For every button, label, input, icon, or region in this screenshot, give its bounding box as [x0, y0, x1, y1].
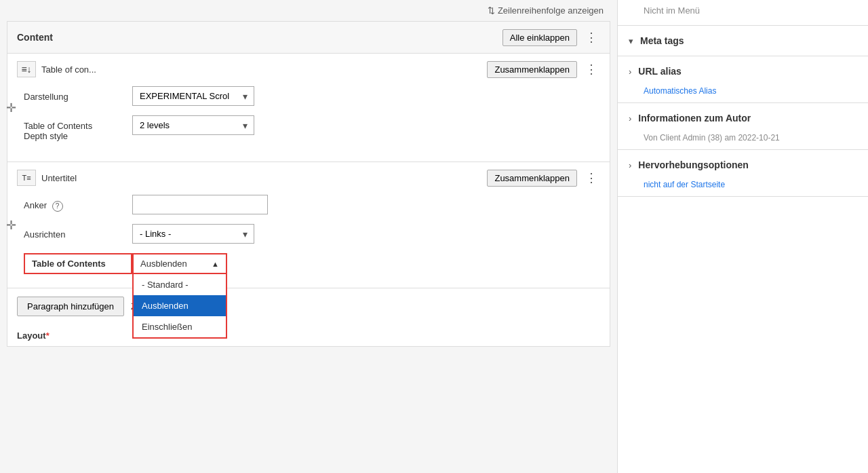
toc-block: ≡↓ Table of con... Zusammenklappen ⋮ ✛ D…	[7, 54, 610, 162]
depth-style-label: Table of Contents Depth style	[24, 115, 132, 141]
toc-block-header-left: ≡↓ Table of con...	[17, 61, 96, 77]
anker-input[interactable]	[132, 195, 268, 214]
ausrichten-label: Ausrichten	[24, 224, 132, 240]
layout-section: Layout*	[7, 324, 610, 346]
depth-style-row: Table of Contents Depth style 2 levels	[17, 115, 600, 141]
url-alias-title: URL alias	[638, 66, 682, 77]
content-section: Content Alle einklappen ⋮ ≡↓ Table of co…	[7, 21, 610, 347]
url-alias-chevron-icon: ›	[629, 67, 631, 77]
anker-help-icon[interactable]: ?	[52, 201, 63, 212]
author-info-chevron-icon: ›	[629, 113, 631, 124]
toc-dropdown-trigger[interactable]: Ausblenden ▲	[132, 253, 227, 274]
toc-dropdown-item-standard[interactable]: - Standard -	[134, 274, 226, 295]
depth-select[interactable]: 2 levels	[132, 115, 254, 135]
ausrichten-row: Ausrichten - Links -	[17, 224, 600, 244]
url-alias-subtitle[interactable]: Automatisches Alias	[618, 86, 868, 102]
untertitel-block-menu-icon[interactable]: ⋮	[583, 169, 600, 187]
anker-row: Anker ?	[17, 195, 600, 214]
untertitel-block-icon: T≡	[17, 170, 36, 186]
right-sidebar: Nicht im Menü ▾ Meta tags › URL alias Au…	[617, 0, 868, 473]
sidebar-item-url-alias[interactable]: › URL alias Automatisches Alias	[618, 56, 868, 103]
toc-block-header: ≡↓ Table of con... Zusammenklappen ⋮	[17, 60, 600, 78]
depth-style-control: 2 levels	[132, 115, 600, 135]
untertitel-block-actions: Zusammenklappen ⋮	[487, 169, 600, 187]
toc-icon-symbol: ≡↓	[21, 64, 31, 75]
toc-dropdown-item-ausblenden[interactable]: Ausblenden	[134, 295, 226, 316]
sidebar-item-meta-tags-header[interactable]: ▾ Meta tags	[618, 26, 868, 56]
untertitel-block-header-left: T≡ Untertitel	[17, 170, 77, 186]
sidebar-item-highlight-opts[interactable]: › Hervorhebungsoptionen nicht auf der St…	[618, 150, 868, 197]
untertitel-icon-symbol: T≡	[22, 174, 31, 182]
row-order-bar: ⇅ Zeilenreihenfolge anzeigen	[0, 0, 617, 21]
anker-control	[132, 195, 600, 214]
highlight-opts-title: Hervorhebungsoptionen	[638, 159, 749, 170]
toc-dropdown-container: Ausblenden ▲ - Standard - Ausblenden Ein…	[132, 253, 227, 274]
content-header-actions: Alle einklappen ⋮	[502, 29, 600, 46]
ausrichten-select-wrapper: - Links -	[132, 224, 254, 244]
toc-dropdown-value: Ausblenden	[140, 259, 187, 269]
content-header-title: Content	[17, 32, 53, 43]
toc-field-label: Table of Contents	[24, 253, 132, 274]
ausrichten-select[interactable]: - Links -	[132, 224, 254, 244]
paragraph-section: Paragraph hinzufügen ZU K	[7, 288, 610, 324]
collapse-all-button[interactable]: Alle einklappen	[502, 29, 577, 46]
darstellung-control: EXPERIMENTAL Scrol	[132, 86, 600, 106]
toc-block-icon: ≡↓	[17, 61, 36, 77]
meta-tags-chevron-icon: ▾	[629, 36, 633, 46]
not-in-menu-text: Nicht im Menü	[618, 0, 868, 25]
untertitel-block: T≡ Untertitel Zusammenklappen ⋮ ✛ Anker …	[7, 162, 610, 288]
untertitel-block-header: T≡ Untertitel Zusammenklappen ⋮	[17, 169, 600, 187]
layout-required-star: *	[46, 330, 50, 341]
content-header-menu-icon[interactable]: ⋮	[583, 29, 600, 46]
toc-dropdown-item-einschliessen[interactable]: Einschließen	[134, 316, 226, 337]
toc-block-title: Table of con...	[41, 64, 96, 75]
toc-dropdown-menu: - Standard - Ausblenden Einschließen	[132, 274, 227, 339]
toc-dropdown-arrow-icon: ▲	[212, 260, 219, 268]
meta-tags-title: Meta tags	[640, 35, 684, 46]
author-info-subtitle: Von Client Admin (38) am 2022-10-21	[618, 133, 868, 149]
anker-label: Anker ?	[24, 195, 132, 212]
untertitel-zusammenklappen-button[interactable]: Zusammenklappen	[487, 170, 577, 187]
sidebar-item-url-alias-header[interactable]: › URL alias	[618, 56, 868, 86]
darstellung-select-wrapper: EXPERIMENTAL Scrol	[132, 86, 254, 106]
toc-block-menu-icon[interactable]: ⋮	[583, 60, 600, 78]
sidebar-item-meta-tags[interactable]: ▾ Meta tags	[618, 26, 868, 56]
untertitel-block-title: Untertitel	[41, 173, 77, 183]
add-paragraph-button[interactable]: Paragraph hinzufügen	[17, 297, 124, 316]
ausrichten-control: - Links -	[132, 224, 600, 244]
toc-field-row: Table of Contents Ausblenden ▲ - Standar…	[17, 253, 600, 274]
darstellung-row: Darstellung EXPERIMENTAL Scrol	[17, 86, 600, 106]
row-order-icon: ⇅	[488, 5, 495, 16]
darstellung-label: Darstellung	[24, 86, 132, 102]
toc-block-actions: Zusammenklappen ⋮	[487, 60, 600, 78]
depth-select-wrapper: 2 levels	[132, 115, 254, 135]
sidebar-item-author-info-header[interactable]: › Informationen zum Autor	[618, 103, 868, 133]
row-order-toggle[interactable]: ⇅ Zeilenreihenfolge anzeigen	[488, 5, 604, 16]
content-header: Content Alle einklappen ⋮	[7, 22, 610, 54]
toc-move-handle[interactable]: ✛	[6, 100, 16, 115]
sidebar-item-not-in-menu: Nicht im Menü	[618, 0, 868, 26]
layout-label: Layout*	[17, 330, 50, 341]
highlight-opts-subtitle[interactable]: nicht auf der Startseite	[618, 180, 868, 196]
darstellung-select[interactable]: EXPERIMENTAL Scrol	[132, 86, 254, 106]
main-area: ⇅ Zeilenreihenfolge anzeigen Content All…	[0, 0, 617, 473]
untertitel-move-handle[interactable]: ✛	[6, 218, 16, 233]
author-info-title: Informationen zum Autor	[638, 113, 751, 124]
sidebar-item-author-info[interactable]: › Informationen zum Autor Von Client Adm…	[618, 103, 868, 150]
toc-zusammenklappen-button[interactable]: Zusammenklappen	[487, 61, 577, 78]
highlight-opts-chevron-icon: ›	[629, 160, 631, 170]
sidebar-item-highlight-opts-header[interactable]: › Hervorhebungsoptionen	[618, 150, 868, 180]
row-order-label: Zeilenreihenfolge anzeigen	[498, 5, 604, 16]
